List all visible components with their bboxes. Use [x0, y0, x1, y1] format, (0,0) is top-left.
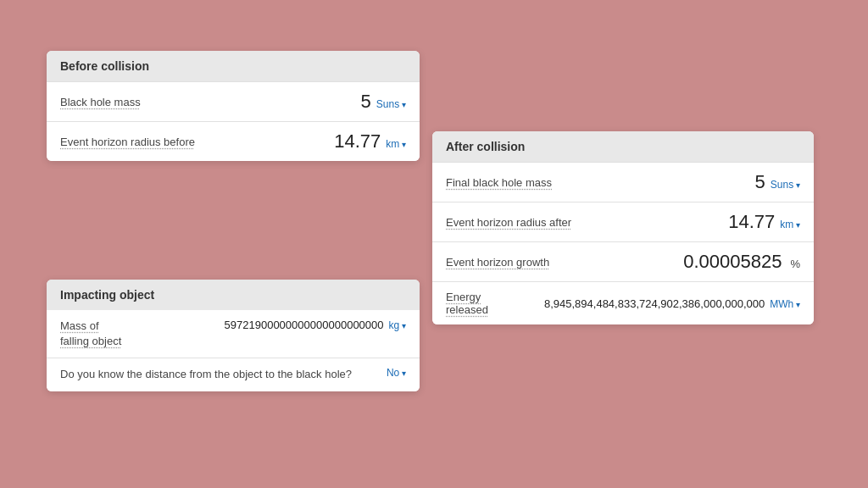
before-collision-card: Before collision Black hole mass 5 Suns … [47, 51, 420, 161]
final-mass-value: 5 Suns [755, 171, 800, 193]
event-horizon-after-unit[interactable]: km [780, 219, 800, 230]
falling-mass-row: Mass offalling object 597219000000000000… [47, 310, 420, 358]
black-hole-mass-value: 5 Suns [361, 91, 406, 113]
event-horizon-before-value: 14.77 km [334, 130, 406, 152]
final-mass-row: Final black hole mass 5 Suns [432, 162, 814, 202]
final-mass-number: 5 [755, 171, 765, 193]
impacting-object-header: Impacting object [47, 280, 420, 310]
energy-label: Energyreleased [446, 291, 488, 316]
final-mass-label: Final black hole mass [446, 176, 552, 189]
event-horizon-growth-row: Event horizon growth 0.00005825 % [432, 242, 814, 282]
event-horizon-after-row: Event horizon radius after 14.77 km [432, 202, 814, 242]
event-horizon-growth-label: Event horizon growth [446, 256, 549, 269]
black-hole-mass-number: 5 [361, 91, 371, 113]
falling-mass-label: Mass offalling object [60, 319, 196, 349]
after-collision-body: Final black hole mass 5 Suns Event horiz… [432, 162, 814, 324]
black-hole-mass-label: Black hole mass [60, 96, 141, 108]
falling-mass-unit[interactable]: kg [389, 319, 406, 331]
energy-unit[interactable]: MWh [770, 298, 800, 310]
event-horizon-before-row: Event horizon radius before 14.77 km [47, 122, 420, 161]
before-collision-header: Before collision [47, 51, 420, 81]
event-horizon-before-unit[interactable]: km [386, 138, 406, 150]
event-horizon-after-number: 14.77 [728, 211, 775, 233]
event-horizon-growth-value: 0.00005825 % [683, 251, 800, 273]
final-mass-unit[interactable]: Suns [771, 179, 800, 191]
distance-label: Do you know the distance from the object… [60, 367, 387, 382]
energy-row: Energyreleased 8,945,894,484,833,724,902… [432, 282, 814, 324]
energy-value: 8,945,894,484,833,724,902,386,000,000,00… [544, 297, 800, 310]
black-hole-mass-unit[interactable]: Suns [376, 98, 406, 110]
impacting-object-card: Impacting object Mass offalling object 5… [47, 280, 420, 391]
energy-number: 8,945,894,484,833,724,902,386,000,000,00… [544, 297, 765, 310]
falling-mass-value: 59721900000000000000000000 kg [196, 319, 406, 331]
event-horizon-growth-number: 0.00005825 [683, 251, 782, 273]
distance-row: Do you know the distance from the object… [47, 358, 420, 391]
distance-value[interactable]: No [387, 367, 406, 379]
before-collision-body: Black hole mass 5 Suns Event horizon rad… [47, 81, 420, 161]
falling-mass-number: 59721900000000000000000000 [225, 319, 384, 331]
black-hole-mass-row: Black hole mass 5 Suns [47, 81, 420, 122]
event-horizon-before-number: 14.77 [334, 130, 381, 152]
after-collision-header: After collision [432, 131, 814, 162]
impacting-object-body: Mass offalling object 597219000000000000… [47, 310, 420, 391]
event-horizon-before-label: Event horizon radius before [60, 136, 195, 148]
event-horizon-growth-unit: % [790, 258, 800, 270]
event-horizon-after-label: Event horizon radius after [446, 216, 571, 229]
after-collision-card: After collision Final black hole mass 5 … [432, 131, 814, 324]
event-horizon-after-value: 14.77 km [728, 211, 800, 233]
